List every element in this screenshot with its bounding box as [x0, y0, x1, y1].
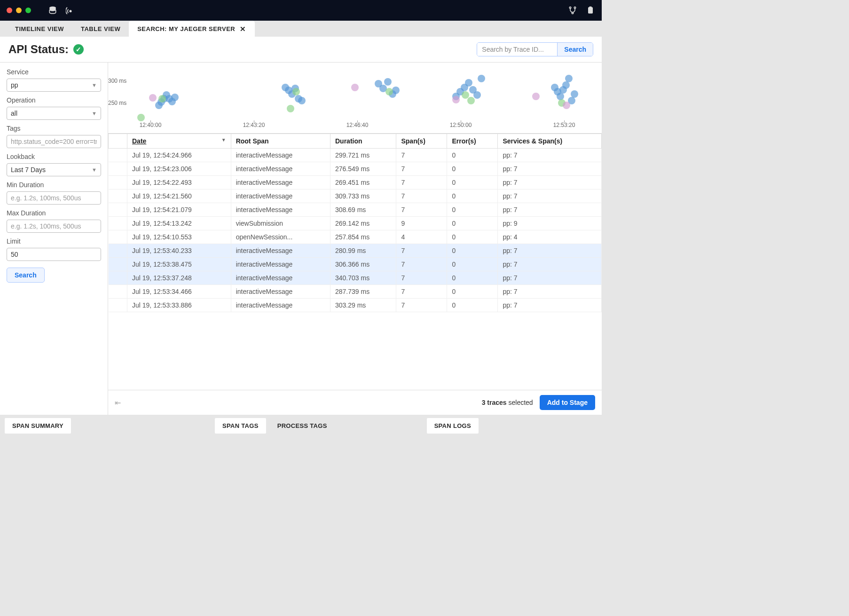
tab-span-summary[interactable]: SPAN SUMMARY: [5, 418, 71, 434]
col-header[interactable]: Root Span: [231, 134, 330, 149]
svg-point-1: [70, 10, 72, 12]
chart-point[interactable]: [563, 102, 570, 109]
table-row[interactable]: Jul 19, 12:54:21.560interactiveMessage30…: [109, 190, 602, 203]
table-row[interactable]: Jul 19, 12:53:34.466interactiveMessage28…: [109, 285, 602, 299]
col-header[interactable]: Duration: [330, 134, 396, 149]
chart-point[interactable]: [478, 75, 485, 82]
database-icon[interactable]: [48, 6, 57, 15]
chart-point[interactable]: [149, 94, 157, 102]
traces-table-wrap[interactable]: Date▼Root SpanDurationSpan(s)Error(s)Ser…: [108, 133, 602, 390]
tab-timeline-view[interactable]: TIMELINE VIEW: [7, 21, 72, 37]
y-tick-label: 300 ms: [108, 78, 126, 84]
close-tab-icon[interactable]: ✕: [240, 25, 246, 32]
chart-point[interactable]: [452, 96, 460, 103]
table-row[interactable]: Jul 19, 12:54:10.553openNewSession...257…: [109, 230, 602, 244]
x-tick-label: 12:43:20: [243, 122, 265, 128]
table-cell: interactiveMessage: [231, 203, 330, 217]
chart-point[interactable]: [298, 97, 306, 104]
table-row[interactable]: Jul 19, 12:54:21.079interactiveMessage30…: [109, 203, 602, 217]
bottom-tabstrip: SPAN SUMMARY SPAN TAGS PROCESS TAGS SPAN…: [0, 415, 602, 436]
chart-point[interactable]: [287, 105, 294, 112]
table-cell: 7: [396, 176, 447, 190]
branch-icon[interactable]: [568, 6, 577, 15]
limit-input[interactable]: [7, 248, 101, 261]
table-row[interactable]: Jul 19, 12:53:40.233interactiveMessage28…: [109, 244, 602, 258]
close-window-icon[interactable]: [7, 8, 12, 13]
y-tick-label: 250 ms: [108, 100, 126, 106]
chart-point[interactable]: [292, 88, 300, 95]
table-cell: 7: [396, 285, 447, 299]
maxdur-label: Max Duration: [7, 209, 101, 217]
table-cell: Jul 19, 12:53:37.248: [127, 271, 231, 285]
col-header[interactable]: Span(s): [396, 134, 447, 149]
tags-input[interactable]: [7, 135, 101, 148]
maximize-window-icon[interactable]: [25, 8, 31, 13]
chart-point[interactable]: [532, 93, 540, 100]
table-row[interactable]: Jul 19, 12:54:22.493interactiveMessage26…: [109, 176, 602, 190]
tab-span-logs[interactable]: SPAN LOGS: [427, 418, 479, 434]
col-header[interactable]: Date▼: [127, 134, 231, 149]
scatter-chart[interactable]: 250 ms300 ms 12:40:0012:43:2012:46:4012:…: [108, 63, 602, 133]
table-cell: Jul 19, 12:54:24.966: [127, 149, 231, 162]
table-cell: 0: [447, 149, 498, 162]
clipboard-icon[interactable]: [586, 6, 595, 15]
add-to-stage-button[interactable]: Add to Stage: [540, 395, 595, 410]
broadcast-icon[interactable]: [66, 6, 75, 15]
sidebar-search-button[interactable]: Search: [7, 268, 45, 283]
table-cell: 280.99 ms: [330, 244, 396, 258]
minimize-window-icon[interactable]: [16, 8, 22, 13]
lookback-select[interactable]: Last 7 Days▼: [7, 163, 101, 176]
chevron-down-icon: ▼: [92, 167, 97, 173]
table-row[interactable]: Jul 19, 12:54:23.006interactiveMessage27…: [109, 162, 602, 176]
chart-point[interactable]: [562, 81, 570, 89]
maxdur-input[interactable]: [7, 220, 101, 233]
table-row[interactable]: Jul 19, 12:53:37.248interactiveMessage34…: [109, 271, 602, 285]
status-ok-icon: ✓: [73, 44, 84, 55]
tab-table-view[interactable]: TABLE VIEW: [72, 21, 129, 37]
tab-search-label: SEARCH: MY JAEGER SERVER: [137, 25, 235, 32]
tab-search[interactable]: SEARCH: MY JAEGER SERVER ✕: [129, 21, 255, 37]
service-select[interactable]: pp▼: [7, 79, 101, 92]
col-header[interactable]: Error(s): [447, 134, 498, 149]
operation-select[interactable]: all▼: [7, 107, 101, 120]
chart-point[interactable]: [137, 114, 145, 121]
traces-table: Date▼Root SpanDurationSpan(s)Error(s)Ser…: [108, 134, 602, 312]
table-cell: 0: [447, 258, 498, 271]
operation-label: Operation: [7, 96, 101, 104]
chart-point[interactable]: [473, 91, 481, 99]
table-cell: pp: 4: [498, 230, 602, 244]
table-cell: interactiveMessage: [231, 285, 330, 299]
table-row[interactable]: Jul 19, 12:54:24.966interactiveMessage29…: [109, 149, 602, 162]
trace-search-button[interactable]: Search: [557, 43, 593, 56]
table-cell: Jul 19, 12:53:33.886: [127, 299, 231, 312]
chart-point[interactable]: [465, 79, 472, 87]
table-row[interactable]: Jul 19, 12:53:38.475interactiveMessage30…: [109, 258, 602, 271]
chart-point[interactable]: [384, 78, 392, 86]
chart-point[interactable]: [571, 90, 578, 98]
chart-point[interactable]: [158, 95, 166, 103]
col-header[interactable]: Services & Span(s): [498, 134, 602, 149]
trace-id-input[interactable]: [477, 43, 557, 56]
table-cell: 7: [396, 299, 447, 312]
back-arrow-icon[interactable]: ⇤: [115, 398, 121, 407]
table-cell: 269.451 ms: [330, 176, 396, 190]
tab-process-tags[interactable]: PROCESS TAGS: [270, 418, 335, 434]
table-cell: Jul 19, 12:54:21.560: [127, 190, 231, 203]
table-row[interactable]: Jul 19, 12:54:13.242viewSubmission269.14…: [109, 217, 602, 230]
tab-span-tags[interactable]: SPAN TAGS: [215, 418, 266, 434]
mindur-input[interactable]: [7, 191, 101, 205]
table-footer: ⇤ 3 traces selected Add to Stage: [108, 390, 602, 415]
table-cell: pp: 7: [498, 176, 602, 190]
x-tick-label: 12:46:40: [346, 122, 369, 128]
header-bar: API Status: ✓ Search: [0, 37, 602, 63]
table-cell: 0: [447, 190, 498, 203]
chart-point[interactable]: [171, 94, 179, 101]
chart-point[interactable]: [467, 97, 475, 104]
chart-point[interactable]: [392, 87, 400, 94]
table-row[interactable]: Jul 19, 12:53:33.886interactiveMessage30…: [109, 299, 602, 312]
chart-point[interactable]: [565, 75, 573, 82]
table-cell: pp: 9: [498, 217, 602, 230]
chart-point[interactable]: [351, 84, 359, 91]
chart-point[interactable]: [385, 88, 393, 95]
table-cell: 7: [396, 258, 447, 271]
